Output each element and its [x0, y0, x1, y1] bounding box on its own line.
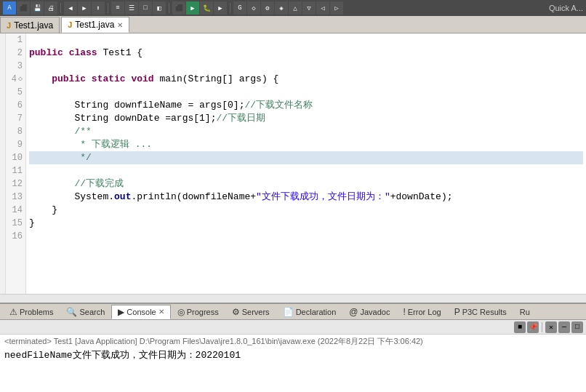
toolbar-btn-2[interactable]: ⬛ [17, 1, 30, 15]
line-num-16: 16 [9, 230, 23, 243]
toolbar-btn-7[interactable]: ⬆ [92, 1, 105, 15]
errorlog-icon: ! [403, 307, 405, 317]
tab-javadoc[interactable]: @ Javadoc [342, 305, 396, 319]
console-result: needFileName文件下载成功，文件日期为：20220101 [4, 348, 582, 361]
code-line-16 [29, 230, 583, 243]
toolbar-btn-15[interactable]: ◇ [247, 1, 260, 15]
code-area[interactable]: public class Test1 { public static void … [26, 33, 586, 294]
margin-line-2 [0, 47, 5, 60]
console-clear-btn[interactable]: ■ [514, 321, 526, 333]
toolbar-btn-6[interactable]: ▶ [78, 1, 91, 15]
tab-console[interactable]: ▶ Console ✕ [111, 305, 170, 319]
debug-button[interactable]: 🐛 [200, 1, 213, 15]
toolbar-btn-18[interactable]: △ [289, 1, 302, 15]
line-num-4: 4◇ [9, 73, 23, 86]
code-line-4: public static void main(String[] args) { [29, 73, 583, 86]
editor-content: 1 2 3 4◇ 5 6 7 8 9 10 11 12 13 14 15 16 … [0, 33, 586, 294]
margin-line-1 [0, 33, 5, 47]
tab-p3c-label: P3C Results [462, 308, 507, 316]
line-numbers: 1 2 3 4◇ 5 6 7 8 9 10 11 12 13 14 15 16 [6, 33, 26, 294]
console-maximize-btn[interactable]: □ [571, 321, 583, 333]
problems-icon: ⚠ [9, 307, 17, 317]
tab-problems[interactable]: ⚠ Problems [3, 305, 60, 319]
line-num-9: 9 [9, 138, 23, 151]
margin-line-16 [0, 230, 5, 243]
sep-1 [60, 3, 61, 13]
search-icon: 🔍 [66, 307, 77, 317]
tab-progress[interactable]: ◎ Progress [171, 305, 225, 319]
toolbar-btn-14[interactable]: G [233, 1, 246, 15]
console-close-btn[interactable]: ✕ [545, 321, 557, 333]
tab-ru[interactable]: Ru [513, 305, 537, 319]
code-line-15: } [29, 217, 583, 230]
code-line-5 [29, 86, 583, 99]
line-num-11: 11 [9, 164, 23, 177]
tab-test1-2[interactable]: J Test1.java ✕ [61, 17, 129, 33]
code-line-10: */ [29, 151, 583, 164]
toolbar-btn-10[interactable]: □ [139, 1, 152, 15]
sep-3 [169, 3, 169, 13]
code-line-9: * 下载逻辑 ... [29, 138, 583, 151]
tab-declaration-label: Declaration [296, 308, 337, 316]
line-num-3: 3 [9, 60, 23, 73]
code-line-14: } [29, 204, 583, 217]
tab-close-button[interactable]: ✕ [117, 21, 123, 29]
line-num-2: 2 [9, 47, 23, 60]
tab-servers-label: Servers [242, 308, 270, 316]
console-output: <terminated> Test1 [Java Application] D:… [0, 335, 586, 392]
toolbar-group-run: ⬛ ▶ 🐛 ▶ [172, 1, 227, 15]
toolbar-btn-5[interactable]: ◀ [64, 1, 77, 15]
toolbar-btn-16[interactable]: ⚙ [261, 1, 274, 15]
toolbar-btn-3[interactable]: 💾 [31, 1, 44, 15]
run-button[interactable]: ▶ [186, 1, 199, 15]
tab-console-label: Console [127, 308, 156, 316]
declaration-icon: 📄 [283, 307, 294, 317]
sep-4 [230, 3, 230, 13]
tab-problems-label: Problems [20, 308, 53, 316]
tab-search[interactable]: 🔍 Search [60, 305, 111, 319]
toolbar-btn-4[interactable]: 🖨 [44, 1, 57, 15]
console-toolbar: ■ 📌 ✕ — □ [0, 320, 586, 335]
editor-left-margin [0, 33, 6, 294]
code-line-6: String downfileName = args[0];//下载文件名称 [29, 99, 583, 112]
console-minimize-btn[interactable]: — [558, 321, 570, 333]
tab-errorlog[interactable]: ! Error Log [396, 305, 447, 319]
editor-tab-bar: J Test1.java J Test1.java ✕ [0, 16, 586, 33]
code-line-11 [29, 164, 583, 177]
toolbar-btn-12[interactable]: ⬛ [172, 1, 185, 15]
tab-p3c[interactable]: P P3C Results [448, 305, 513, 319]
bottom-tab-bar: ⚠ Problems 🔍 Search ▶ Console ✕ ◎ Progre… [0, 304, 586, 320]
console-icon: ▶ [118, 307, 124, 317]
line-num-6: 6 [9, 99, 23, 112]
tab-label-2: Test1.java [75, 20, 114, 30]
console-header: <terminated> Test1 [Java Application] D:… [4, 336, 582, 347]
tab-servers[interactable]: ⚙ Servers [225, 305, 276, 319]
toolbar-btn-11[interactable]: ◧ [153, 1, 166, 15]
tab-declaration[interactable]: 📄 Declaration [276, 305, 343, 319]
toolbar-btn-9[interactable]: ☰ [125, 1, 138, 15]
tab-label-1: Test1.java [14, 20, 53, 31]
code-line-3 [29, 60, 583, 73]
code-line-1 [29, 33, 583, 47]
bottom-panel: ⚠ Problems 🔍 Search ▶ Console ✕ ◎ Progre… [0, 303, 586, 392]
line-num-14: 14 [9, 204, 23, 217]
toolbar-btn-21[interactable]: ▷ [330, 1, 343, 15]
toolbar-btn-13[interactable]: ▶ [214, 1, 227, 15]
margin-line-4 [0, 73, 5, 86]
toolbar-btn-8[interactable]: ≡ [111, 1, 124, 15]
toolbar-group-2: ◀ ▶ ⬆ [64, 1, 105, 15]
console-tab-close[interactable]: ✕ [158, 308, 164, 316]
toolbar-btn-1[interactable]: A [3, 1, 16, 15]
toolbar-group-1: A ⬛ 💾 🖨 [3, 1, 57, 15]
console-pin-btn[interactable]: 📌 [527, 321, 539, 333]
line-num-15: 15 [9, 217, 23, 230]
tab-progress-label: Progress [187, 308, 219, 316]
toolbar-btn-19[interactable]: ▽ [302, 1, 316, 15]
toolbar-btn-17[interactable]: ◈ [275, 1, 288, 15]
p3c-icon: P [454, 307, 460, 317]
horizontal-scrollbar[interactable] [0, 294, 586, 303]
toolbar-btn-20[interactable]: ◁ [316, 1, 329, 15]
arrow-icon: ◇ [18, 73, 23, 86]
margin-line-14 [0, 204, 5, 217]
tab-test1-1[interactable]: J Test1.java [0, 17, 60, 33]
